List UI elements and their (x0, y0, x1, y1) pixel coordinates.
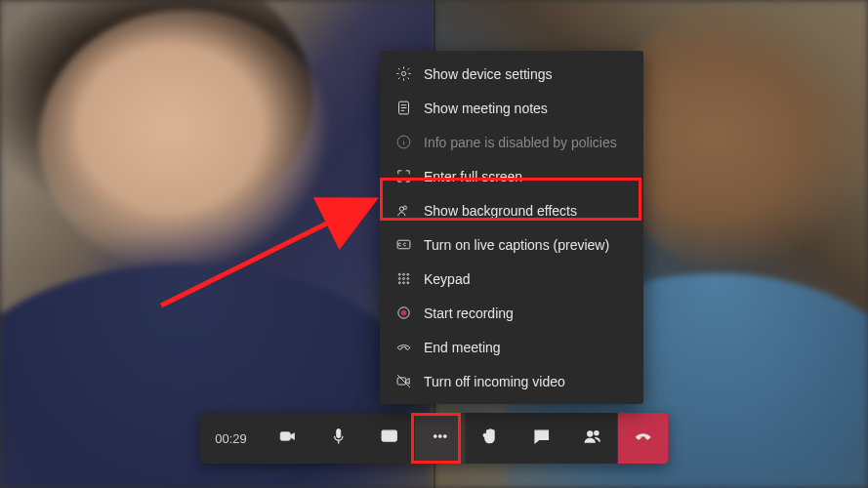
captions-icon (395, 236, 412, 253)
menu-item-label: Info pane is disabled by policies (424, 135, 617, 150)
svg-point-22 (443, 435, 446, 438)
people-icon (583, 427, 602, 450)
microphone-button[interactable] (313, 413, 364, 464)
meeting-toolbar: 00:29 (199, 413, 669, 464)
svg-rect-18 (337, 429, 341, 438)
keypad-icon (395, 270, 412, 287)
menu-item-label: Enter full screen (424, 169, 522, 184)
menu-item-live-captions[interactable]: Turn on live captions (preview) (380, 227, 643, 262)
svg-point-15 (401, 310, 407, 316)
background-effects-icon (395, 202, 412, 219)
chat-button[interactable] (517, 413, 567, 464)
svg-point-9 (403, 278, 405, 280)
menu-item-keypad[interactable]: Keypad (380, 262, 643, 296)
gear-icon (395, 65, 412, 82)
share-screen-icon (380, 427, 399, 450)
menu-item-full-screen[interactable]: Enter full screen (380, 159, 643, 193)
call-timer: 00:29 (199, 413, 263, 464)
menu-item-label: End meeting (424, 340, 501, 355)
menu-item-end-meeting[interactable]: End meeting (380, 330, 643, 364)
more-icon (431, 427, 450, 450)
svg-rect-17 (280, 432, 290, 440)
end-meeting-icon (395, 339, 412, 355)
menu-item-turn-off-incoming-video[interactable]: Turn off incoming video (380, 364, 643, 398)
notes-icon (395, 100, 412, 116)
svg-point-0 (401, 71, 405, 75)
hang-up-button[interactable] (618, 413, 669, 464)
svg-point-23 (588, 431, 593, 436)
menu-item-label: Show meeting notes (424, 101, 548, 116)
menu-item-device-settings[interactable]: Show device settings (380, 57, 643, 91)
more-actions-button[interactable] (415, 413, 466, 464)
hang-up-icon (634, 427, 653, 450)
menu-item-label: Turn on live captions (preview) (424, 237, 609, 253)
menu-item-label: Show device settings (424, 66, 553, 82)
fullscreen-icon (395, 168, 412, 184)
record-icon (395, 305, 412, 321)
svg-point-12 (403, 282, 405, 284)
svg-point-8 (398, 278, 400, 280)
raise-hand-button[interactable] (466, 413, 517, 464)
menu-item-background-effects[interactable]: Show background effects (380, 193, 643, 227)
incoming-video-off-icon (395, 373, 412, 389)
menu-item-label: Start recording (424, 305, 514, 321)
svg-point-24 (595, 431, 599, 435)
share-screen-button[interactable] (364, 413, 415, 464)
svg-point-6 (403, 273, 405, 275)
svg-point-20 (434, 435, 436, 438)
menu-item-label: Show background effects (424, 203, 577, 219)
menu-item-label: Keypad (424, 271, 470, 287)
info-icon (395, 134, 412, 150)
participants-button[interactable] (567, 413, 618, 464)
svg-point-7 (407, 273, 409, 275)
microphone-icon (329, 427, 349, 450)
svg-point-21 (438, 435, 441, 438)
camera-icon (278, 427, 298, 450)
svg-point-11 (398, 282, 400, 284)
svg-point-13 (407, 282, 409, 284)
call-timer-text: 00:29 (215, 431, 247, 446)
menu-item-label: Turn off incoming video (424, 374, 565, 389)
svg-point-5 (398, 273, 400, 275)
menu-item-meeting-notes[interactable]: Show meeting notes (380, 91, 643, 125)
svg-point-10 (407, 278, 409, 280)
menu-item-start-recording[interactable]: Start recording (380, 296, 643, 330)
menu-item-info-pane-disabled: Info pane is disabled by policies (380, 125, 643, 159)
chat-icon (532, 427, 552, 450)
camera-button[interactable] (263, 413, 313, 464)
more-actions-menu: Show device settings Show meeting notes … (380, 51, 643, 404)
raise-hand-icon (481, 427, 501, 450)
